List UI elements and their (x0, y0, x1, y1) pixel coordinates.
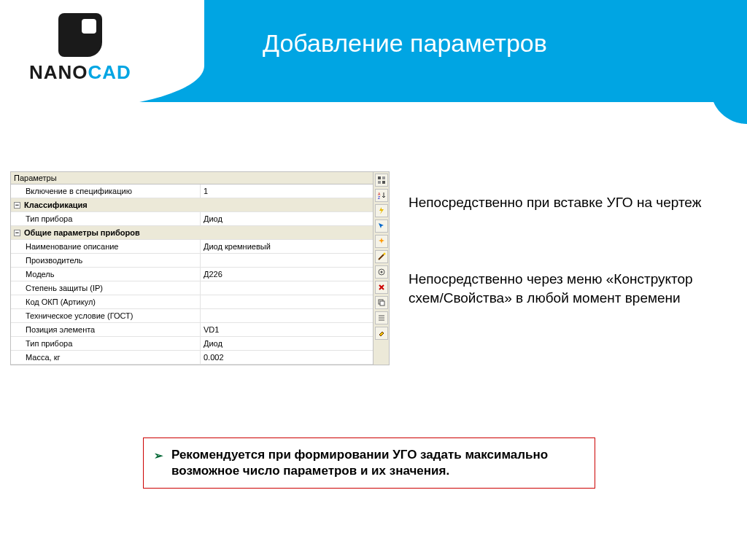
list-icon[interactable] (375, 311, 388, 324)
param-value[interactable]: Диод кремниевый (201, 240, 373, 253)
param-label: Тип прибора (11, 212, 201, 225)
recommendation-box: ➢ Рекомендуется при формировании УГО зад… (143, 438, 595, 489)
table-row[interactable]: Модель Д226 (11, 268, 373, 281)
select-icon[interactable] (375, 219, 388, 233)
param-value[interactable]: Диод (201, 337, 373, 350)
param-value[interactable]: 0.002 (201, 351, 373, 364)
delete-x-icon[interactable] (375, 281, 388, 294)
param-value[interactable] (201, 295, 373, 308)
param-label: Модель (11, 268, 201, 281)
param-label: Позиция элемента (11, 323, 201, 336)
logo: NANOCAD (29, 13, 131, 84)
table-row[interactable]: Тип прибора Диод (11, 212, 373, 226)
param-label: Степень защиты (IP) (11, 281, 201, 295)
table-row[interactable]: Масса, кг 0.002 (11, 351, 373, 365)
group-label: − Классификация (11, 198, 201, 211)
table-row[interactable]: Степень защиты (IP) (11, 281, 373, 295)
wand-icon[interactable] (375, 250, 388, 263)
param-value[interactable] (201, 254, 373, 267)
param-value[interactable]: VD1 (201, 323, 373, 336)
logo-mark-icon (58, 13, 102, 57)
side-note-1: Непосредственно при вставке УГО на черте… (409, 193, 729, 212)
svg-line-6 (379, 254, 384, 260)
group-label: − Общие параметры приборов (11, 226, 201, 239)
svg-point-9 (380, 271, 382, 273)
table-row[interactable]: Производитель (11, 254, 373, 268)
logo-brand1: NANO (29, 61, 88, 83)
param-label: Включение в спецификацию (11, 184, 201, 198)
param-label: Производитель (11, 254, 201, 267)
slide-title: Добавление параметров (263, 29, 547, 58)
param-value[interactable]: Д226 (201, 268, 373, 281)
param-value[interactable] (201, 281, 373, 295)
copy-icon[interactable] (375, 296, 388, 309)
table-row[interactable]: Тип прибора Диод (11, 337, 373, 351)
svg-point-7 (383, 253, 385, 255)
table-row[interactable]: Включение в спецификацию 1 (11, 184, 373, 198)
collapse-icon[interactable]: − (14, 202, 20, 209)
param-label: Масса, кг (11, 351, 201, 364)
parameters-grid[interactable]: Параметры Включение в спецификацию 1 − К… (11, 172, 373, 365)
svg-rect-11 (380, 301, 384, 306)
parameters-panel: Параметры Включение в спецификацию 1 − К… (10, 171, 390, 365)
group-row[interactable]: − Классификация (11, 198, 373, 212)
param-label: Техническое условие (ГОСТ) (11, 309, 201, 322)
param-value[interactable]: Диод (201, 212, 373, 225)
param-label: Код ОКП (Артикул) (11, 295, 201, 308)
group-text: Общие параметры приборов (24, 226, 140, 240)
collapse-icon[interactable]: − (14, 230, 20, 236)
side-note-2: Непосредственно через меню «Конструктор … (409, 270, 729, 307)
param-label: Наименование описание (11, 240, 201, 253)
spark-icon[interactable] (375, 235, 388, 248)
group-row[interactable]: − Общие параметры приборов (11, 226, 373, 240)
table-row[interactable]: Код ОКП (Артикул) (11, 295, 373, 309)
svg-rect-0 (378, 176, 381, 179)
logo-brand2: CAD (88, 61, 131, 83)
table-row[interactable]: Техническое условие (ГОСТ) (11, 309, 373, 323)
param-value[interactable]: 1 (201, 184, 373, 198)
paint-icon[interactable] (375, 327, 388, 340)
categorize-icon[interactable] (375, 174, 388, 187)
sort-az-icon[interactable]: AZ (375, 189, 388, 202)
settings-icon[interactable] (375, 265, 388, 279)
recommendation-text: Рекомендуется при формировании УГО задат… (171, 448, 548, 478)
panel-title: Параметры (11, 172, 373, 184)
group-text: Классификация (24, 198, 88, 212)
svg-text:Z: Z (378, 195, 380, 200)
param-label: Тип прибора (11, 337, 201, 350)
bullet-icon: ➢ (154, 448, 163, 463)
table-row[interactable]: Позиция элемента VD1 (11, 323, 373, 337)
svg-rect-1 (382, 176, 385, 179)
thunder-icon[interactable] (375, 204, 388, 217)
table-row[interactable]: Наименование описание Диод кремниевый (11, 240, 373, 254)
param-value[interactable] (201, 309, 373, 322)
svg-rect-3 (382, 181, 385, 184)
logo-text: NANOCAD (29, 61, 131, 84)
svg-rect-2 (378, 181, 381, 184)
panel-toolbar: AZ (373, 172, 389, 365)
